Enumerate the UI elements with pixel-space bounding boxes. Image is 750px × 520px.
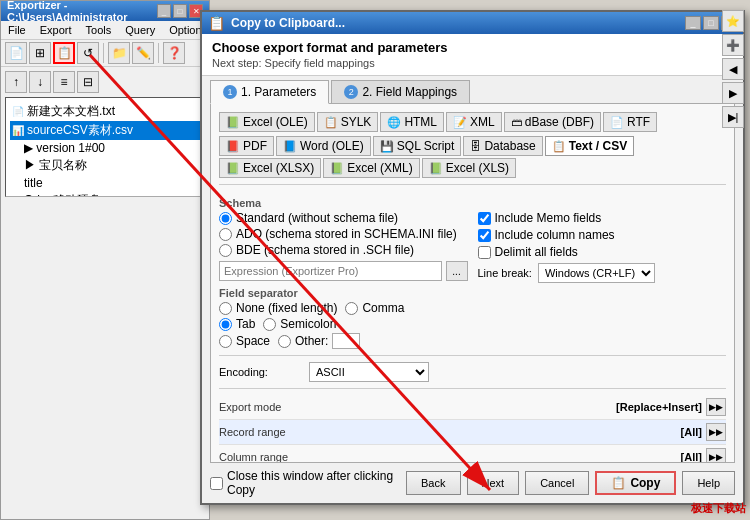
sep-comma[interactable]: Comma (345, 301, 404, 315)
rt-btn-star[interactable]: ⭐ (722, 10, 744, 32)
fmt-sql[interactable]: 💾 SQL Script (373, 136, 462, 156)
sep-other-input[interactable] (332, 333, 360, 349)
titlebar-buttons: _ □ ✕ (157, 4, 203, 18)
two-col-layout: Schema Standard (without schema file) AD… (219, 191, 726, 349)
toolbar-btn-5[interactable]: ✏️ (132, 42, 154, 64)
sep-tab[interactable]: Tab (219, 317, 255, 331)
encoding-select[interactable]: ASCII (309, 362, 429, 382)
cb-include-columns[interactable]: Include column names (478, 228, 727, 242)
fmt-word-ole[interactable]: 📘 Word (OLE) (276, 136, 371, 156)
tab-field-mappings[interactable]: 2 2. Field Mappings (331, 80, 470, 103)
schema-ado-radio[interactable] (219, 228, 232, 241)
cb-delimit-fields[interactable]: Delimit all fields (478, 245, 727, 259)
fmt-xml[interactable]: 📝 XML (446, 112, 502, 132)
schema-bde-radio[interactable] (219, 244, 232, 257)
line-break-select[interactable]: Windows (CR+LF) (538, 263, 655, 283)
main-window: Exportizer - C:\Users\Administrator _ □ … (0, 0, 210, 520)
sep-space-radio[interactable] (219, 335, 232, 348)
tab-parameters[interactable]: 1 1. Parameters (210, 80, 329, 104)
minimize-btn[interactable]: _ (157, 4, 171, 18)
fmt-text-csv[interactable]: 📋 Text / CSV (545, 136, 634, 156)
tree-sub-item-2[interactable]: ▶ 宝贝名称 (22, 156, 200, 175)
fmt-excel-xls[interactable]: 📗 Excel (XLS) (422, 158, 516, 178)
schema-standard-radio[interactable] (219, 212, 232, 225)
schema-standard[interactable]: Standard (without schema file) (219, 211, 468, 225)
watermark: 极速下载站 (691, 501, 746, 516)
menu-file[interactable]: File (5, 23, 29, 37)
toolbar-btn-8[interactable]: ↓ (29, 71, 51, 93)
fmt-html[interactable]: 🌐 HTML (380, 112, 444, 132)
main-titlebar: Exportizer - C:\Users\Administrator _ □ … (1, 1, 209, 21)
prop-export-mode-btn[interactable]: ▶▶ (706, 398, 726, 416)
toolbar-btn-7[interactable]: ↑ (5, 71, 27, 93)
tree-item-csv[interactable]: 📊 sourceCSV素材.csv (10, 121, 200, 140)
sep-none-radio[interactable] (219, 302, 232, 315)
sep-row-3: Space Other: (219, 333, 468, 349)
sep-space[interactable]: Space (219, 333, 270, 349)
tree-item-txt[interactable]: 📄 新建文本文档.txt (10, 102, 200, 121)
help-button[interactable]: Help (682, 471, 735, 495)
sep-other-radio[interactable] (278, 335, 291, 348)
schema-bde[interactable]: BDE (schema stored in .SCH file) (219, 243, 468, 257)
fmt-excel-ole[interactable]: 📗 Excel (OLE) (219, 112, 315, 132)
schema-ado[interactable]: ADO (schema stored in SCHEMA.INI file) (219, 227, 468, 241)
next-button[interactable]: Next (467, 471, 520, 495)
expression-input[interactable] (219, 261, 442, 281)
maximize-btn[interactable]: □ (173, 4, 187, 18)
rt-btn-left[interactable]: ◀ (722, 58, 744, 80)
text-csv-icon: 📋 (552, 140, 566, 153)
toolbar-btn-1[interactable]: 📄 (5, 42, 27, 64)
cb-delimit-fields-check[interactable] (478, 246, 491, 259)
cancel-button[interactable]: Cancel (525, 471, 589, 495)
tree-sub-item-4[interactable]: Orico移动硬盘 (22, 191, 200, 197)
expression-btn[interactable]: ... (446, 261, 468, 281)
copy-button[interactable]: 📋 Copy (595, 471, 676, 495)
sep-semicolon-radio[interactable] (263, 318, 276, 331)
toolbar-btn-3[interactable]: ↺ (77, 42, 99, 64)
footer-checkbox-input[interactable] (210, 477, 223, 490)
fmt-database[interactable]: 🗄 Database (463, 136, 542, 156)
rt-btn-end[interactable]: ▶| (722, 106, 744, 128)
toolbar-btn-4[interactable]: 📁 (108, 42, 130, 64)
toolbar-btn-10[interactable]: ⊟ (77, 71, 99, 93)
fmt-excel-xml[interactable]: 📗 Excel (XML) (323, 158, 419, 178)
back-button[interactable]: Back (406, 471, 460, 495)
col-left: Schema Standard (without schema file) AD… (219, 191, 468, 349)
sep-comma-radio[interactable] (345, 302, 358, 315)
cb-include-memo-check[interactable] (478, 212, 491, 225)
prop-column-range-btn[interactable]: ▶▶ (706, 448, 726, 463)
footer-checkbox[interactable]: Close this window after clicking Copy (210, 469, 400, 497)
sep-tab-radio[interactable] (219, 318, 232, 331)
fmt-dbase[interactable]: 🗃 dBase (DBF) (504, 112, 601, 132)
menu-query[interactable]: Query (122, 23, 158, 37)
fmt-sylk[interactable]: 📋 SYLK (317, 112, 379, 132)
rt-btn-right[interactable]: ▶ (722, 82, 744, 104)
fmt-excel-xlsx[interactable]: 📗 Excel (XLSX) (219, 158, 321, 178)
fmt-rtf[interactable]: 📄 RTF (603, 112, 657, 132)
format-buttons-row2: 📕 PDF 📘 Word (OLE) 💾 SQL Script 🗄 Databa… (219, 136, 726, 178)
cb-include-columns-check[interactable] (478, 229, 491, 242)
cb-include-memo[interactable]: Include Memo fields (478, 211, 727, 225)
menu-option[interactable]: Option (166, 23, 204, 37)
rt-btn-plus[interactable]: ➕ (722, 34, 744, 56)
sep-semicolon[interactable]: Semicolon (263, 317, 336, 331)
file-icon-txt: 📄 (12, 106, 24, 117)
menu-tools[interactable]: Tools (83, 23, 115, 37)
dialog-min-btn[interactable]: _ (685, 16, 701, 30)
dialog-footer: Close this window after clicking Copy Ba… (202, 463, 743, 503)
sep-other[interactable]: Other: (278, 333, 360, 349)
menu-export[interactable]: Export (37, 23, 75, 37)
field-sep-label: Field separator (219, 287, 468, 299)
sep-none[interactable]: None (fixed length) (219, 301, 337, 315)
toolbar-btn-9[interactable]: ≡ (53, 71, 75, 93)
tree-sub-item-1[interactable]: ▶ version 1#00 (22, 140, 200, 156)
toolbar-btn-copy[interactable]: 📋 (53, 42, 75, 64)
dialog-max-btn[interactable]: □ (703, 16, 719, 30)
tree-sub-item-3[interactable]: title (22, 175, 200, 191)
schema-radio-group: Standard (without schema file) ADO (sche… (219, 211, 468, 257)
toolbar-btn-2[interactable]: ⊞ (29, 42, 51, 64)
file-icon-csv: 📊 (12, 125, 24, 136)
fmt-pdf[interactable]: 📕 PDF (219, 136, 274, 156)
prop-record-range-btn[interactable]: ▶▶ (706, 423, 726, 441)
toolbar-btn-6[interactable]: ❓ (163, 42, 185, 64)
